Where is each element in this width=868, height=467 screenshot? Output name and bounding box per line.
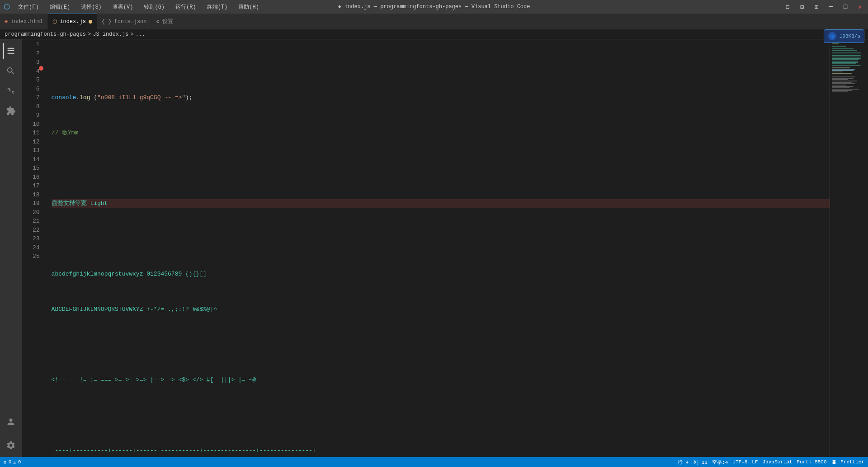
- status-left: ⊗ 0 ⚠ 0: [4, 459, 21, 465]
- activity-source-control[interactable]: [3, 83, 19, 99]
- status-right: 行 4，列 13 空格:4 UTF-8 LF JavaScript Port: …: [678, 459, 864, 466]
- line-num-24: 24: [33, 243, 40, 253]
- status-eol[interactable]: LF: [752, 459, 758, 465]
- svg-text:👤: 👤: [830, 34, 834, 38]
- activity-explorer[interactable]: [3, 43, 19, 59]
- split-icon[interactable]: ⊡: [797, 3, 807, 11]
- tab-label: index.html: [10, 19, 43, 25]
- menu-terminal[interactable]: 终端(T): [204, 3, 231, 11]
- activity-search[interactable]: [3, 63, 19, 79]
- window-title: ● index.js — programmingfonts-gh-pages —…: [338, 4, 530, 10]
- line-num-7: 7: [33, 93, 40, 102]
- menu-file[interactable]: 文件(F): [15, 3, 42, 11]
- network-speed: 108KB/s: [840, 33, 860, 39]
- warning-icon: ⚠: [13, 459, 16, 465]
- code-line-2: // 敏Ymm: [52, 129, 830, 138]
- status-port[interactable]: Port: 5500: [797, 459, 827, 465]
- error-icon: ⊗: [4, 459, 7, 465]
- line-num-5: 5: [33, 76, 40, 85]
- title-bar: ⬡ 文件(F) 编辑(E) 选择(S) 查看(V) 转到(G) 运行(R) 终端…: [0, 0, 868, 14]
- code-line-6: abcdefghijklmnopqrstuvwxyz 0123456789 ()…: [52, 270, 830, 279]
- activity-bar: [0, 39, 22, 457]
- code-line-1: console.log ("o008 iIlL1 g9qCGQ ~-+=>");: [52, 93, 830, 102]
- menu-goto[interactable]: 转到(G): [141, 3, 167, 11]
- line-num-1: 1: [33, 40, 40, 49]
- line-num-17: 17: [33, 181, 40, 191]
- code-line-5: [52, 234, 830, 243]
- line-numbers: 1 2 3 4 5 6 7 8 9 10 11 12 13 14 15 16 1…: [22, 39, 48, 457]
- tab-index-html[interactable]: ◈ index.html: [0, 14, 48, 29]
- code-line-7: ABCDEFGHIJKLMNOPQRSTUVWXYZ +-*/= .,;:!? …: [52, 305, 830, 314]
- status-errors[interactable]: ⊗ 0 ⚠ 0: [4, 459, 21, 465]
- code-line-10: [52, 411, 830, 420]
- editor: 1 2 3 4 5 6 7 8 9 10 11 12 13 14 15 16 1…: [22, 39, 830, 457]
- activity-settings[interactable]: [3, 437, 19, 453]
- layout-icon[interactable]: ⊟: [783, 3, 792, 11]
- breadcrumb-file[interactable]: JS index.js: [93, 31, 128, 38]
- error-count: 0: [9, 459, 12, 465]
- status-encoding[interactable]: UTF-8: [732, 459, 747, 465]
- activity-extensions[interactable]: [3, 103, 19, 119]
- maximize-button[interactable]: □: [841, 3, 850, 11]
- line-num-15: 15: [33, 164, 40, 173]
- breadcrumb-folder[interactable]: programmingfonts-gh-pages: [5, 31, 86, 38]
- code-area[interactable]: 1 2 3 4 5 6 7 8 9 10 11 12 13 14 15 16 1…: [22, 39, 830, 457]
- line-num-25: 25: [33, 252, 40, 261]
- status-spaces[interactable]: 空格:4: [712, 459, 728, 466]
- breadcrumb-context[interactable]: ...: [136, 31, 146, 38]
- tab-label-js: index.js: [60, 19, 86, 25]
- breadcrumb-sep2: >: [130, 31, 133, 38]
- menu-help[interactable]: 帮助(H): [236, 3, 262, 11]
- code-line-11: +----+----------+------+------+---------…: [52, 446, 830, 455]
- line-num-13: 13: [33, 146, 40, 155]
- line-num-23: 23: [33, 234, 40, 243]
- tab-bar: ◈ index.html ⬡ index.js { } fonts.json ⚙…: [0, 14, 868, 29]
- panels-icon[interactable]: ⊞: [812, 3, 821, 11]
- line-num-9: 9: [33, 111, 40, 120]
- tab-label-settings: 设置: [162, 18, 173, 25]
- code-line-3: [52, 164, 830, 173]
- js-icon: ⬡: [52, 19, 57, 25]
- minimap-viewport: [830, 39, 868, 457]
- line-num-22: 22: [33, 226, 40, 235]
- close-button[interactable]: ✕: [855, 3, 864, 11]
- code-line-4: 霞鹜文楷等宽 Light: [52, 199, 830, 208]
- activity-account[interactable]: [3, 414, 19, 430]
- network-widget: 👤 108KB/s: [824, 29, 864, 43]
- main-area: 1 2 3 4 5 6 7 8 9 10 11 12 13 14 15 16 1…: [0, 39, 868, 457]
- status-line-col[interactable]: 行 4，列 13: [678, 459, 708, 466]
- vscode-logo: ⬡: [4, 2, 10, 11]
- line-num-10: 10: [33, 120, 40, 129]
- tab-fonts-json[interactable]: { } fonts.json: [97, 14, 152, 29]
- tab-label-json: fonts.json: [114, 19, 146, 25]
- title-bar-left: ⬡ 文件(F) 编辑(E) 选择(S) 查看(V) 转到(G) 运行(R) 终端…: [4, 2, 262, 11]
- gear-icon: ⚙: [156, 18, 159, 25]
- breadcrumb: programmingfonts-gh-pages > JS index.js …: [0, 29, 868, 39]
- status-language[interactable]: JavaScript: [763, 459, 793, 465]
- line-num-2: 2: [33, 49, 40, 58]
- menu-view[interactable]: 查看(V): [110, 3, 136, 11]
- minimize-button[interactable]: ─: [826, 3, 835, 11]
- line-num-12: 12: [33, 138, 40, 147]
- tab-settings[interactable]: ⚙ 设置: [151, 14, 178, 29]
- code-line-8: [52, 340, 830, 349]
- json-icon: { }: [102, 19, 112, 25]
- line-num-3: 3: [33, 58, 40, 67]
- line-num-16: 16: [33, 173, 40, 182]
- minimap-panel: [830, 39, 868, 457]
- breadcrumb-sep1: >: [88, 31, 91, 38]
- menu-edit[interactable]: 编辑(E): [47, 3, 73, 11]
- html-icon: ◈: [5, 18, 8, 25]
- menu-run[interactable]: 运行(R): [173, 3, 199, 11]
- code-content[interactable]: console.log ("o008 iIlL1 g9qCGQ ~-+=>");…: [48, 39, 830, 457]
- window-controls: ⊟ ⊡ ⊞ ─ □ ✕: [783, 3, 864, 11]
- line-num-14: 14: [33, 155, 40, 164]
- network-avatar: 👤: [828, 32, 837, 41]
- warning-count: 0: [18, 459, 21, 465]
- tab-index-js[interactable]: ⬡ index.js: [48, 14, 97, 29]
- line-num-19: 19: [33, 199, 40, 208]
- line-num-6: 6: [33, 85, 40, 94]
- status-prettier[interactable]: Prettier: [831, 459, 864, 465]
- menu-select[interactable]: 选择(S): [78, 3, 104, 11]
- line-num-21: 21: [33, 217, 40, 226]
